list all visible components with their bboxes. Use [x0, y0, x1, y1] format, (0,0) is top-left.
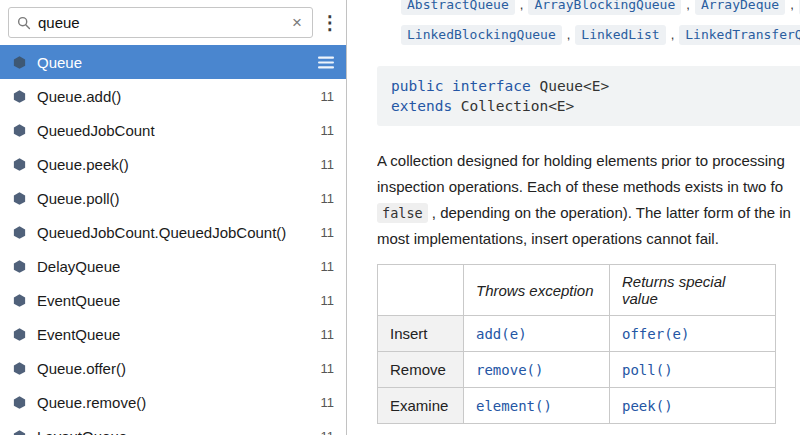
- symbol-hexagon-icon: [12, 293, 27, 308]
- result-count: 11: [321, 225, 335, 240]
- result-label: QueuedJobCount: [37, 122, 155, 139]
- clear-search-icon[interactable]: ×: [290, 14, 304, 31]
- header-empty: [378, 265, 464, 316]
- class-link[interactable]: ArrayDeque: [695, 0, 785, 15]
- separator: ,: [520, 0, 524, 12]
- hamburger-menu-icon[interactable]: [318, 56, 334, 69]
- doc-content-pane: AbstractQueue,ArrayBlockingQueue,ArrayDe…: [347, 0, 800, 435]
- method-link[interactable]: add(e): [476, 326, 527, 342]
- symbol-hexagon-icon: [12, 55, 27, 70]
- list-item-selected[interactable]: Queue: [0, 45, 346, 79]
- result-label: Queue.remove(): [37, 394, 146, 411]
- queue-methods-table: Throws exception Returns special value I…: [377, 264, 776, 424]
- symbol-hexagon-icon: [12, 225, 27, 240]
- keyword: public interface: [391, 78, 531, 94]
- symbol-hexagon-icon: [12, 429, 27, 435]
- method-link[interactable]: offer(e): [622, 326, 689, 342]
- type-name: Collection<E>: [452, 98, 574, 114]
- search-results-list: Queue Queue.add() 11 QueuedJobCount 11 Q…: [0, 45, 346, 435]
- list-item[interactable]: Queue.remove() 11: [0, 385, 346, 419]
- class-link[interactable]: LinkedTransferQ: [679, 25, 800, 45]
- kebab-menu-icon[interactable]: ⋮: [318, 11, 342, 34]
- result-label: Queue.poll(): [37, 190, 120, 207]
- paragraph-line: inspection operations. Each of these met…: [377, 174, 800, 200]
- result-label: LayoutQueue: [37, 428, 127, 435]
- declaration-code-block: public interface Queue<E> extends Collec…: [377, 66, 800, 126]
- list-item[interactable]: QueuedJobCount 11: [0, 113, 346, 147]
- result-count: 11: [321, 327, 335, 342]
- list-item[interactable]: DelayQueue 11: [0, 249, 346, 283]
- symbol-hexagon-icon: [12, 361, 27, 376]
- row-label: Examine: [378, 388, 464, 424]
- class-link[interactable]: LinkedBlockingQueue: [401, 25, 562, 45]
- list-item[interactable]: QueuedJobCount.QueuedJobCount() 11: [0, 215, 346, 249]
- list-item[interactable]: Queue.add() 11: [0, 79, 346, 113]
- result-label: Queue.add(): [37, 88, 121, 105]
- symbol-hexagon-icon: [12, 157, 27, 172]
- result-count: 11: [321, 259, 335, 274]
- table-row: Remove remove() poll(): [378, 352, 776, 388]
- result-count: 11: [321, 293, 335, 308]
- list-item[interactable]: Queue.peek() 11: [0, 147, 346, 181]
- result-count: 11: [321, 89, 335, 104]
- class-link[interactable]: AbstractQueue: [401, 0, 515, 15]
- method-link[interactable]: remove(): [476, 362, 543, 378]
- search-results-sidebar: × ⋮ Queue Queue.add() 11 Queued: [0, 0, 347, 435]
- header-returns-special-value: Returns special value: [610, 265, 776, 316]
- result-count: 11: [321, 395, 335, 410]
- row-label: Insert: [378, 316, 464, 352]
- paragraph-text: , depending on the operation). The latte…: [428, 204, 791, 221]
- type-name: Queue<E>: [531, 78, 610, 94]
- result-count: 11: [321, 429, 335, 435]
- row-label: Remove: [378, 352, 464, 388]
- symbol-hexagon-icon: [12, 89, 27, 104]
- table-header-row: Throws exception Returns special value: [378, 265, 776, 316]
- result-label: Queue.offer(): [37, 360, 126, 377]
- list-item[interactable]: Queue.poll() 11: [0, 181, 346, 215]
- class-link[interactable]: LinkedList: [575, 25, 665, 45]
- related-classes-line-1: AbstractQueue,ArrayBlockingQueue,ArrayDe…: [401, 0, 800, 15]
- list-item[interactable]: EventQueue 11: [0, 283, 346, 317]
- result-label: Queue: [37, 54, 82, 71]
- separator: ,: [567, 27, 571, 42]
- symbol-hexagon-icon: [12, 259, 27, 274]
- keyword: extends: [391, 98, 452, 114]
- list-item[interactable]: EventQueue 11: [0, 317, 346, 351]
- result-label: EventQueue: [37, 326, 120, 343]
- result-count: 11: [321, 123, 335, 138]
- result-count: 11: [321, 157, 335, 172]
- result-label: QueuedJobCount.QueuedJobCount(): [37, 224, 286, 241]
- method-link[interactable]: poll(): [622, 362, 673, 378]
- method-link[interactable]: peek(): [622, 398, 673, 414]
- separator: ,: [686, 0, 690, 12]
- table-row: Insert add(e) offer(e): [378, 316, 776, 352]
- search-box[interactable]: ×: [8, 7, 313, 38]
- separator: ,: [671, 27, 675, 42]
- docs-browser-window: × ⋮ Queue Queue.add() 11 Queued: [0, 0, 800, 435]
- paragraph-line: A collection designed for holding elemen…: [377, 148, 800, 174]
- symbol-hexagon-icon: [12, 123, 27, 138]
- search-input[interactable]: [38, 14, 283, 31]
- separator: ,: [790, 0, 794, 12]
- result-count: 11: [321, 361, 335, 376]
- symbol-hexagon-icon: [12, 191, 27, 206]
- related-classes-line-2: LinkedBlockingQueue,LinkedList,LinkedTra…: [401, 25, 800, 45]
- result-label: Queue.peek(): [37, 156, 129, 173]
- result-label: DelayQueue: [37, 258, 120, 275]
- result-label: EventQueue: [37, 292, 120, 309]
- class-link[interactable]: ArrayBlockingQueue: [528, 0, 681, 15]
- search-bar: × ⋮: [0, 0, 346, 45]
- inline-code-false: false: [377, 203, 428, 223]
- table-row: Examine element() peek(): [378, 388, 776, 424]
- paragraph-line: most implementations, insert operations …: [377, 226, 800, 252]
- list-item[interactable]: Queue.offer() 11: [0, 351, 346, 385]
- symbol-hexagon-icon: [12, 395, 27, 410]
- method-link[interactable]: element(): [476, 398, 552, 414]
- description-paragraph: A collection designed for holding elemen…: [377, 148, 800, 252]
- paragraph-line: false , depending on the operation). The…: [377, 200, 800, 226]
- header-throws-exception: Throws exception: [464, 265, 610, 316]
- search-icon: [17, 16, 31, 30]
- symbol-hexagon-icon: [12, 327, 27, 342]
- result-count: 11: [321, 191, 335, 206]
- list-item[interactable]: LayoutQueue 11: [0, 419, 346, 435]
